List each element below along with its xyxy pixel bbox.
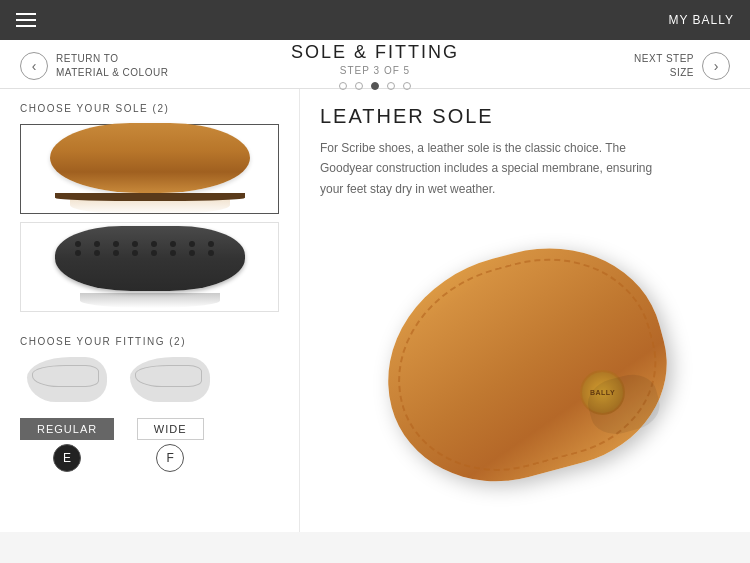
- left-panel: CHOOSE YOUR SOLE (2): [0, 89, 300, 532]
- next-button[interactable]: NEXT STEP SIZE ›: [610, 52, 730, 80]
- rubber-dots-grid: [75, 241, 225, 256]
- back-icon: ‹: [20, 52, 48, 80]
- wide-label: WIDE: [137, 418, 204, 440]
- fitting-section: CHOOSE YOUR FITTING (2) REGULAR E: [20, 336, 279, 472]
- sole-option-rubber[interactable]: [20, 222, 279, 312]
- step-dot-4: [387, 82, 395, 90]
- page-title: SOLE & FITTING: [291, 42, 459, 63]
- back-label: RETURN TO MATERIAL & COLOUR: [56, 52, 168, 80]
- fitting-option-wide[interactable]: WIDE F: [130, 357, 210, 472]
- rubber-sole-preview: [55, 226, 245, 308]
- next-label: NEXT STEP SIZE: [634, 52, 694, 80]
- sole-section-label: CHOOSE YOUR SOLE (2): [20, 103, 279, 114]
- step-dots: [291, 82, 459, 90]
- rubber-sole-reflection: [80, 293, 220, 308]
- fitting-section-label: CHOOSE YOUR FITTING (2): [20, 336, 279, 347]
- leather-sole-preview: [50, 123, 250, 215]
- wide-shoe-shape: [130, 357, 210, 402]
- step-label: STEP 3 OF 5: [291, 65, 459, 76]
- menu-icon[interactable]: [16, 13, 36, 27]
- regular-shoe-silhouette: [27, 357, 107, 412]
- regular-code: E: [53, 444, 81, 472]
- bally-badge: BALLY: [580, 369, 625, 414]
- wide-code: F: [156, 444, 184, 472]
- large-sole-container: BALLY: [370, 244, 680, 484]
- my-bally-link[interactable]: MY BALLY: [668, 13, 734, 27]
- sole-option-leather[interactable]: [20, 124, 279, 214]
- page-title-group: SOLE & FITTING STEP 3 OF 5: [291, 42, 459, 90]
- step-dot-5: [403, 82, 411, 90]
- sole-preview-area: BALLY: [320, 211, 730, 516]
- regular-shoe-shape: [27, 357, 107, 402]
- top-bar: MY BALLY: [0, 0, 750, 40]
- back-button[interactable]: ‹ RETURN TO MATERIAL & COLOUR: [20, 52, 180, 80]
- wide-fitting-badge: WIDE F: [137, 418, 204, 472]
- sole-detail-description: For Scribe shoes, a leather sole is the …: [320, 138, 660, 199]
- main-content: CHOOSE YOUR SOLE (2): [0, 89, 750, 532]
- regular-fitting-badge: REGULAR E: [20, 418, 114, 472]
- rubber-sole-shape: [55, 226, 245, 291]
- regular-label: REGULAR: [20, 418, 114, 440]
- sole-detail-title: LEATHER SOLE: [320, 105, 730, 128]
- leather-sole-shape: [50, 123, 250, 193]
- step-dot-3: [371, 82, 379, 90]
- step-dot-1: [339, 82, 347, 90]
- wide-shoe-silhouette: [130, 357, 210, 412]
- large-sole-shape: BALLY: [361, 221, 688, 506]
- fitting-option-regular[interactable]: REGULAR E: [20, 357, 114, 472]
- sole-options: [20, 124, 279, 312]
- page-header: ‹ RETURN TO MATERIAL & COLOUR SOLE & FIT…: [0, 40, 750, 89]
- step-dot-2: [355, 82, 363, 90]
- next-icon: ›: [702, 52, 730, 80]
- fitting-options: REGULAR E WIDE F: [20, 357, 279, 472]
- right-panel: LEATHER SOLE For Scribe shoes, a leather…: [300, 89, 750, 532]
